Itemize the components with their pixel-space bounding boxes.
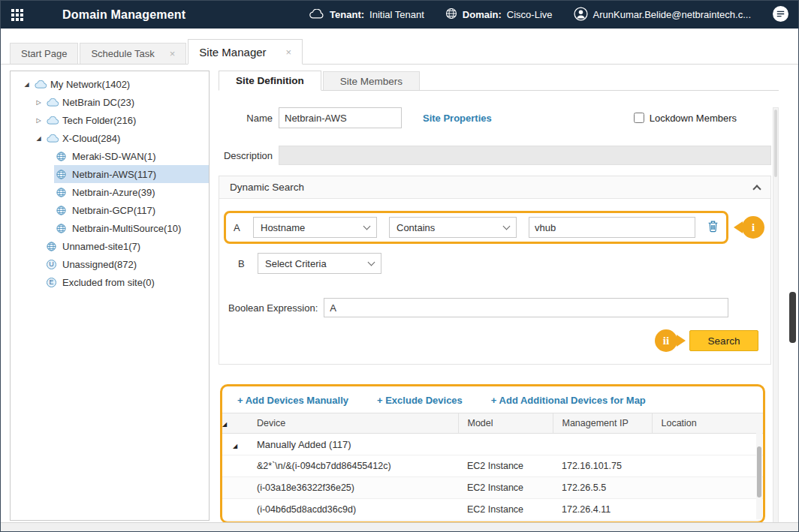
tab-site-definition[interactable]: Site Definition xyxy=(219,71,321,91)
column-header-device[interactable]: Device xyxy=(248,413,458,434)
site-properties-link[interactable]: Site Properties xyxy=(423,113,492,124)
close-icon[interactable]: × xyxy=(170,48,176,59)
name-label: Name xyxy=(219,113,273,124)
user-name: ArunKumar.Belide@netbraintech.c... xyxy=(593,9,751,20)
device-row[interactable]: (i-03a18e36322f36e25) EC2 Instance 172.2… xyxy=(222,477,763,499)
tree-item-unnamed-site1[interactable]: Unnamed-site1(7) xyxy=(11,237,209,255)
app-title: Domain Management xyxy=(62,8,185,22)
search-row: ii Search xyxy=(224,329,758,352)
criteria-select[interactable]: Select Criteria xyxy=(258,253,381,274)
expand-icon[interactable]: ◢ xyxy=(33,135,44,142)
device-group-row[interactable]: ◢ Manually Added (117) xyxy=(222,434,763,455)
collapse-group-icon[interactable]: ◢ xyxy=(233,443,237,449)
operator-select[interactable]: Contains xyxy=(389,217,517,238)
tree-item-netbrain-multisource[interactable]: Netbrain-MultiSource(10) xyxy=(11,219,209,237)
site-tree-panel: ◢ My Network(1402) ▷ NetBrain DC(23) ▷ T… xyxy=(10,71,210,521)
tree-item-excluded-from-site[interactable]: E Excluded from site(0) xyxy=(11,273,209,291)
device-ip-cell: 172.26.5.5 xyxy=(553,477,652,499)
tab-schedule-task[interactable]: Schedule Task × xyxy=(80,43,186,64)
user-group[interactable]: ArunKumar.Belide@netbraintech.c... xyxy=(574,7,751,23)
add-additional-devices-link[interactable]: + Add Additional Devices for Map xyxy=(491,395,646,406)
boolean-expression-row: Boolean Expression: xyxy=(228,298,728,317)
collapse-icon[interactable]: ▷ xyxy=(33,117,44,124)
column-header-model[interactable]: Model xyxy=(458,413,553,434)
lockdown-members-label: Lockdown Members xyxy=(650,113,737,124)
chat-icon[interactable] xyxy=(772,5,789,25)
criteria-row-a-highlight: A Hostname Contains xyxy=(224,211,728,244)
topbar-right-cluster: Tenant: Initial Tenant Domain: Cisco-Liv… xyxy=(309,5,789,25)
exclude-devices-link[interactable]: + Exclude Devices xyxy=(377,395,463,406)
tab-label: Start Page xyxy=(21,48,67,59)
tab-start-page[interactable]: Start Page xyxy=(10,43,78,64)
window-horizontal-scrollbar[interactable] xyxy=(1,522,798,531)
domain-label: Domain: xyxy=(463,9,502,20)
tab-site-manager[interactable]: Site Manager × xyxy=(188,39,303,65)
column-header-location[interactable]: Location xyxy=(652,413,763,434)
description-label: Description xyxy=(219,150,273,161)
device-name-cell: (i-04b6d5d8acdd36c9d) xyxy=(248,499,458,521)
criteria-key-a: A xyxy=(234,222,241,233)
criteria-value-input[interactable] xyxy=(529,217,695,238)
tree-item-x-cloud[interactable]: ◢ X-Cloud(284) xyxy=(11,129,209,147)
cloud-icon xyxy=(47,116,60,125)
search-button[interactable]: Search xyxy=(689,330,758,351)
device-model-cell: EC2 Instance xyxy=(458,499,553,521)
tree-item-netbrain-azure[interactable]: Netbrain-Azure(39) xyxy=(11,183,209,201)
domain-value: Cisco-Live xyxy=(507,9,553,20)
tree-item-netbrain-dc[interactable]: ▷ NetBrain DC(23) xyxy=(11,93,209,111)
tenant-group[interactable]: Tenant: Initial Tenant xyxy=(309,9,424,21)
device-table-scrollbar[interactable] xyxy=(756,430,762,519)
dynamic-search-header[interactable]: Dynamic Search xyxy=(219,176,770,199)
tree-item-label: My Network(1402) xyxy=(50,79,130,90)
cloud-icon xyxy=(35,80,48,89)
tree-item-netbrain-aws[interactable]: Netbrain-AWS(117) xyxy=(11,165,209,183)
domain-management-window: Domain Management Tenant: Initial Tenant… xyxy=(0,0,799,532)
site-tab-bar: Site Definition Site Members xyxy=(219,71,779,91)
add-devices-manually-link[interactable]: + Add Devices Manually xyxy=(237,395,348,406)
tree-item-label: Netbrain-Azure(39) xyxy=(72,187,155,198)
lockdown-members-checkbox[interactable] xyxy=(634,113,644,123)
tree-item-meraki-sd-wan[interactable]: Meraki-SD-WAN(1) xyxy=(11,147,209,165)
dynamic-search-section: Dynamic Search A Hostname xyxy=(219,176,771,365)
callout-i-label: i xyxy=(752,221,755,234)
chevron-up-icon[interactable] xyxy=(752,185,761,193)
device-location-cell xyxy=(652,477,763,499)
tree-item-unassigned[interactable]: U Unassigned(872) xyxy=(11,255,209,273)
tab-site-members[interactable]: Site Members xyxy=(323,71,420,90)
trash-icon[interactable] xyxy=(707,220,719,236)
site-body-scrollbar[interactable] xyxy=(773,107,779,523)
window-vertical-scrollbar-thumb[interactable] xyxy=(789,292,796,343)
chevron-down-icon xyxy=(368,259,375,266)
tree-item-label: Unassigned(872) xyxy=(62,259,137,270)
device-row[interactable]: &2*`\n/&(i-094cb7dd86455412c) EC2 Instan… xyxy=(222,455,763,477)
tree-item-my-network[interactable]: ◢ My Network(1402) xyxy=(11,75,209,93)
app-grid-icon[interactable] xyxy=(11,9,23,21)
collapse-all-icon[interactable]: ◢ xyxy=(222,421,227,428)
field-select[interactable]: Hostname xyxy=(253,217,377,238)
tenant-value: Initial Tenant xyxy=(369,9,424,20)
device-row[interactable]: (i-04b6d5d8acdd36c9d) EC2 Instance 172.2… xyxy=(222,499,763,521)
tree-item-netbrain-gcp[interactable]: Netbrain-GCP(117) xyxy=(11,201,209,219)
chevron-down-icon xyxy=(503,223,511,230)
device-name-cell: &2*`\n/&(i-094cb7dd86455412c) xyxy=(248,455,458,477)
site-globe-icon xyxy=(56,188,70,197)
device-table: ◢ Device Model Management IP Location ◢ … xyxy=(222,413,763,521)
tree-item-tech-folder[interactable]: ▷ Tech Folder(216) xyxy=(11,111,209,129)
device-actions: + Add Devices Manually + Exclude Devices… xyxy=(222,391,763,413)
tree-item-label: Netbrain-AWS(117) xyxy=(72,169,156,180)
expand-icon[interactable]: ◢ xyxy=(21,81,32,88)
close-icon[interactable]: × xyxy=(286,47,292,58)
lockdown-members-control: Lockdown Members xyxy=(634,113,737,124)
device-ip-cell: 172.16.101.75 xyxy=(553,455,652,477)
field-select-value: Hostname xyxy=(261,222,305,233)
tree-item-label: NetBrain DC(23) xyxy=(62,97,134,108)
site-name-input[interactable] xyxy=(279,107,402,128)
tree-item-label: Netbrain-GCP(117) xyxy=(72,205,155,216)
description-input[interactable] xyxy=(279,146,771,165)
boolean-expression-label: Boolean Expression: xyxy=(228,302,318,314)
callout-i: i xyxy=(742,216,764,239)
collapse-icon[interactable]: ▷ xyxy=(33,99,44,106)
column-header-management-ip[interactable]: Management IP xyxy=(553,413,652,434)
boolean-expression-input[interactable] xyxy=(324,298,728,317)
domain-group[interactable]: Domain: Cisco-Live xyxy=(445,8,553,22)
